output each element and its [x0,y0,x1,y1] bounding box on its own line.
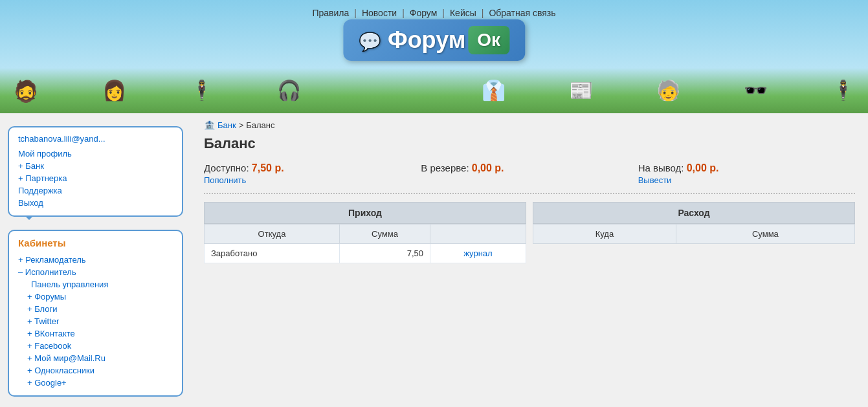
cabinet-forums-link[interactable]: + Форумы [18,291,173,303]
char-4: 🎧 [277,79,301,104]
withdraw-amount: 0,00 р. [687,162,719,173]
header-nav: Правила | Новости | Форум | Кейсы | Обра… [312,8,555,18]
char-9: 🕴️ [831,79,855,104]
cabinet-fb-link[interactable]: + Facebook [18,340,173,352]
income-col-sum: Сумма [340,225,430,244]
nav-forum[interactable]: Форум [410,8,438,18]
char-8: 🕶️ [744,79,768,104]
income-header: Приход [204,202,526,224]
char-2: 👩 [102,79,126,104]
cabinet-title: Кабинеты [18,237,173,248]
page-title: Баланс [204,135,855,152]
withdraw-label: На вывод: 0,00 р. [638,162,855,174]
char-5: 👔 [482,79,506,104]
nav-news[interactable]: Новости [362,8,397,18]
balance-info-row: Доступно: 7,50 р. Пополнить В резерве: 0… [204,162,855,185]
nav-sep-4: | [482,8,484,18]
user-email-link[interactable]: tchabanova.lili@yand... [18,134,173,144]
bank-icon: 🏦 [204,120,215,130]
expense-col-to: Куда [533,225,676,244]
cabinet-mailru-link[interactable]: + Мой мир@Mail.Ru [18,352,173,364]
char-3: 🕴️ [190,79,214,104]
tables-row: Приход Откуда Сумма Заработано 7,50 журн… [204,202,855,263]
journal-link[interactable]: журнал [463,248,492,258]
cabinet-panel-link[interactable]: Панель управления [18,278,173,291]
income-row-from: Заработано [205,244,340,263]
main-container: tchabanova.lili@yand... Мой профиль + Ба… [0,113,868,407]
withdraw-link[interactable]: Вывести [638,175,672,185]
nav-sep-3: | [442,8,445,18]
income-row-action[interactable]: журнал [430,244,526,263]
available-amount: 7,50 р. [252,162,284,173]
char-6: 📰 [569,79,593,104]
reserve-label-text: В резерве: [421,162,469,173]
nav-cases[interactable]: Кейсы [450,8,476,18]
nav-feedback[interactable]: Обратная связь [489,8,555,18]
income-col-action [430,225,526,244]
expense-header: Расход [533,202,855,224]
available-label: Доступно: 7,50 р. [204,162,421,174]
income-section: Приход Откуда Сумма Заработано 7,50 журн… [204,202,526,263]
cabinet-advertiser-link[interactable]: + Рекламодатель [18,254,173,266]
logo-container: 💬 Форум Ок [343,19,525,61]
cabinet-gplus-link[interactable]: + Google+ [18,377,173,389]
income-col-from: Откуда [205,225,340,244]
breadcrumb: 🏦 Банк > Баланс [204,120,855,130]
logo-box: 💬 Форум Ок [343,19,525,61]
sidebar: tchabanova.lili@yand... Мой профиль + Ба… [0,113,191,407]
withdraw-label-text: На вывод: [638,162,684,173]
expense-table: Куда Сумма [533,224,855,244]
content-area: 🏦 Банк > Баланс Баланс Доступно: 7,50 р.… [191,113,868,407]
characters-row: 🧔 👩 🕴️ 🎧 👔 📰 🧓 🕶️ 🕴️ [0,79,868,104]
header: Правила | Новости | Форум | Кейсы | Обра… [0,0,868,113]
withdraw-block: На вывод: 0,00 р. Вывести [638,162,855,185]
income-col-headers: Откуда Сумма [205,225,526,244]
breadcrumb-current: Баланс [246,120,274,130]
sidebar-user-box: tchabanova.lili@yand... Мой профиль + Ба… [8,126,183,217]
nav-sep-2: | [402,8,405,18]
char-1: 🧔 [13,79,39,104]
divider [204,193,855,194]
logo-ok: Ок [468,26,509,54]
reserve-amount: 0,00 р. [472,162,504,173]
bank-link[interactable]: + Банк [18,160,173,172]
available-label-text: Доступно: [204,162,249,173]
available-block: Доступно: 7,50 р. Пополнить [204,162,421,185]
income-table: Откуда Сумма Заработано 7,50 журнал [204,224,526,263]
cabinet-blogs-link[interactable]: + Блоги [18,303,173,315]
income-row-sum: 7,50 [340,244,430,263]
add-link[interactable]: Пополнить [204,175,246,185]
cabinet-twitter-link[interactable]: + Twitter [18,315,173,327]
nav-sep-1: | [354,8,357,18]
cabinet-vk-link[interactable]: + ВКонтакте [18,327,173,340]
breadcrumb-bank-link[interactable]: Банк [217,120,236,130]
income-row: Заработано 7,50 журнал [205,244,526,263]
cabinet-ok-link[interactable]: + Одноклассники [18,364,173,377]
support-link[interactable]: Поддержка [18,184,173,197]
withdraw-action: Вывести [638,175,855,185]
expense-col-headers: Куда Сумма [533,225,855,244]
partner-link[interactable]: + Партнерка [18,172,173,184]
expense-section: Расход Куда Сумма [533,202,855,263]
my-profile-link[interactable]: Мой профиль [18,148,173,160]
expense-col-sum: Сумма [676,225,854,244]
cabinet-executor-link[interactable]: – Исполнитель [18,266,173,278]
breadcrumb-sep: > [239,120,244,130]
reserve-label: В резерве: 0,00 р. [421,162,638,174]
add-action: Пополнить [204,175,421,185]
logo-text: 💬 Форум [359,27,465,54]
char-7: 🧓 [656,79,680,104]
reserve-block: В резерве: 0,00 р. [421,162,638,175]
nav-rules[interactable]: Правила [312,8,349,18]
sidebar-cabinet-box: Кабинеты + Рекламодатель – Исполнитель П… [8,230,183,397]
logout-link[interactable]: Выход [18,197,173,209]
